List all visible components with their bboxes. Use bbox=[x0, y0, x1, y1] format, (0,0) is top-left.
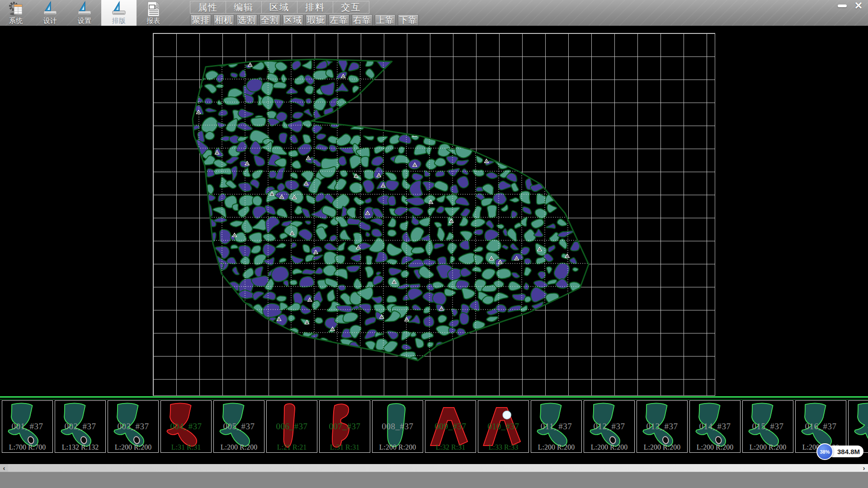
thumbnail-name: 016_#37 bbox=[796, 422, 846, 432]
thumbnail-lr-value: L:200 R:200 bbox=[531, 443, 581, 451]
tool-button-bar: 聚排相机选割全割区域瑕疵左靠右靠上靠下靠 bbox=[190, 14, 419, 26]
thumbnail-name: 001_#37 bbox=[2, 422, 52, 432]
scrollbar-track[interactable] bbox=[8, 464, 860, 472]
window-footer bbox=[0, 472, 868, 488]
scroll-right-button[interactable]: › bbox=[860, 464, 868, 472]
tool-button-snap-bottom[interactable]: 下靠 bbox=[398, 14, 419, 26]
tool-button-camera[interactable]: 相机 bbox=[213, 14, 234, 26]
app-tab-settings[interactable]: 设置 bbox=[70, 0, 99, 26]
thumbnail-name: 013_#37 bbox=[637, 422, 687, 432]
menu-tab-interaction[interactable]: 交互 bbox=[333, 1, 369, 13]
window-minimize-button[interactable] bbox=[835, 1, 849, 11]
minimize-icon bbox=[838, 5, 847, 7]
menu-tab-nest[interactable]: 排料 bbox=[297, 1, 333, 13]
thumbnail-lr-value: L:200 R:200 bbox=[690, 443, 740, 451]
thumbnail-lr-value: L:21 R:21 bbox=[267, 443, 317, 451]
menu-tab-properties[interactable]: 属性 bbox=[190, 1, 226, 13]
tool-button-region[interactable]: 区域 bbox=[283, 14, 303, 26]
thumbnail-cell-015_#37[interactable]: 015_#37L:200 R:200 bbox=[742, 400, 793, 453]
app-tab-system[interactable]: 系统 bbox=[1, 0, 31, 26]
thumbnail-cell-001_#37[interactable]: 001_#37L:700 R:700 bbox=[2, 400, 53, 453]
thumbnail-name: 004_#37 bbox=[161, 422, 211, 432]
hide-nesting-canvas[interactable] bbox=[0, 26, 868, 396]
ruler-triangle-icon bbox=[77, 1, 92, 17]
thumbnail-lr-value: L:200 R:200 bbox=[584, 443, 634, 451]
report-document-icon bbox=[146, 1, 161, 17]
thumbnail-cell-005_#37[interactable]: 005_#37L:200 R:200 bbox=[213, 400, 264, 453]
thumbnail-name: 005_#37 bbox=[214, 422, 264, 432]
thumbnail-cell-004_#37[interactable]: 004_#37L:31 R:31 bbox=[160, 400, 212, 453]
thumbnail-cell-003_#37[interactable]: 003_#37L:200 R:200 bbox=[108, 400, 159, 453]
progress-circle: 38% bbox=[816, 443, 833, 460]
thumbnail-name: 008_#37 bbox=[373, 422, 423, 432]
app-tab-bar: 系统设计设置排版报表 bbox=[1, 0, 173, 26]
thumbnail-cell-009_#37[interactable]: 009_#37L:32 R:31 bbox=[425, 400, 476, 453]
thumbnail-name: 011_#37 bbox=[531, 422, 581, 432]
app-tab-report[interactable]: 报表 bbox=[138, 0, 168, 26]
app-tab-label: 设置 bbox=[78, 17, 91, 24]
thumbnail-lr-value: L:200 R:200 bbox=[373, 443, 423, 451]
thumbnail-lr-value: L:33 R:33 bbox=[478, 443, 528, 451]
thumbnail-cell-007_#37[interactable]: 007_#37L:31 R:31 bbox=[319, 400, 370, 453]
tool-button-snap-left[interactable]: 左靠 bbox=[329, 14, 349, 26]
tool-button-snap-right[interactable]: 右靠 bbox=[352, 14, 373, 26]
strip-divider-lines bbox=[0, 396, 868, 400]
thumbnail-name: 007_#37 bbox=[320, 422, 370, 432]
piece-thumbnail-strip: 001_#37L:700 R:700002_#37L:132 R:132003_… bbox=[0, 396, 868, 464]
app-tab-label: 排版 bbox=[112, 17, 126, 24]
app-tab-label: 设计 bbox=[43, 17, 57, 24]
tool-button-defect[interactable]: 瑕疵 bbox=[306, 14, 326, 26]
window-close-button[interactable]: ✕ bbox=[852, 1, 865, 11]
piece-marker-icon bbox=[245, 330, 249, 334]
piece-marker-icon bbox=[235, 352, 239, 355]
thumbnail-cell-011_#37[interactable]: 011_#37L:200 R:200 bbox=[531, 400, 582, 453]
thumbnail-cell-014_#37[interactable]: 014_#37L:200 R:200 bbox=[689, 400, 741, 453]
thumbnail-lr-value: L:200 R:200 bbox=[214, 443, 264, 451]
thumbnail-lr-value: L:200 R:200 bbox=[108, 443, 158, 451]
thumbnail-lr-value: L:31 R:31 bbox=[161, 443, 211, 451]
thumbnail-cell-002_#37[interactable]: 002_#37L:132 R:132 bbox=[55, 400, 106, 453]
thumbnail-lr-value: L:31 R:31 bbox=[320, 443, 370, 451]
menu-tab-bar: 属性编辑区域排料交互 bbox=[190, 1, 369, 14]
nesting-workspace[interactable] bbox=[0, 26, 868, 396]
piece-marker-icon bbox=[193, 233, 197, 236]
thumbnail-name: 002_#37 bbox=[55, 422, 105, 432]
tool-button-snap-top[interactable]: 上靠 bbox=[375, 14, 396, 26]
thumbnail-name: 010_#37 bbox=[478, 422, 528, 432]
thumbnail-name: 012_#37 bbox=[584, 422, 634, 432]
piece-marker-icon bbox=[207, 357, 211, 361]
thumbnail-name: 009_#37 bbox=[425, 422, 476, 432]
piece-marker-icon bbox=[236, 343, 240, 347]
app-tab-label: 系统 bbox=[9, 17, 23, 24]
thumbnail-cell-012_#37[interactable]: 012_#37L:200 R:200 bbox=[584, 400, 635, 453]
thumbnail-lr-value: L:32 R:31 bbox=[425, 443, 476, 451]
scroll-left-button[interactable]: ‹ bbox=[0, 464, 8, 472]
tool-button-select-cut[interactable]: 选割 bbox=[236, 14, 257, 26]
horizontal-scrollbar[interactable]: ‹ › bbox=[0, 464, 868, 472]
thumbnail-name: 014_#37 bbox=[690, 422, 740, 432]
thumbnail-cell-013_#37[interactable]: 013_#37L:200 R:200 bbox=[637, 400, 688, 453]
thumbnail-lr-value: L:132 R:132 bbox=[55, 443, 105, 451]
menu-tab-region[interactable]: 区域 bbox=[262, 1, 297, 13]
app-tab-design[interactable]: 设计 bbox=[35, 0, 65, 26]
thumbnail-name: 015_#37 bbox=[743, 422, 793, 432]
menu-tab-edit[interactable]: 编辑 bbox=[226, 1, 262, 13]
thumbnail-name: 006_#37 bbox=[267, 422, 317, 432]
ruler-triangle-icon bbox=[42, 1, 58, 17]
system-gear-table-icon bbox=[8, 1, 24, 17]
thumbnail-cell-006_#37[interactable]: 006_#37L:21 R:21 bbox=[266, 400, 317, 453]
progress-badge: 384.8M 38% bbox=[816, 443, 866, 460]
thumbnail-lr-value: L:700 R:700 bbox=[2, 443, 52, 451]
app-tab-nesting[interactable]: 排版 bbox=[101, 0, 137, 26]
ruler-triangle-icon bbox=[111, 1, 127, 17]
thumbnail-cells: 001_#37L:700 R:700002_#37L:132 R:132003_… bbox=[2, 400, 868, 453]
tool-button-cut-all[interactable]: 全割 bbox=[259, 14, 280, 26]
thumbnail-cell-008_#37[interactable]: 008_#37L:200 R:200 bbox=[372, 400, 423, 453]
thumbnail-cell-010_#37[interactable]: 010_#37L:33 R:33 bbox=[478, 400, 529, 453]
window-controls: ✕ bbox=[835, 1, 865, 11]
app-tab-label: 报表 bbox=[146, 17, 160, 24]
tool-button-cluster-nest[interactable]: 聚排 bbox=[190, 14, 211, 26]
close-icon: ✕ bbox=[854, 1, 863, 11]
thumbnail-name: 003_#37 bbox=[108, 422, 158, 432]
piece-marker-icon bbox=[211, 278, 215, 282]
